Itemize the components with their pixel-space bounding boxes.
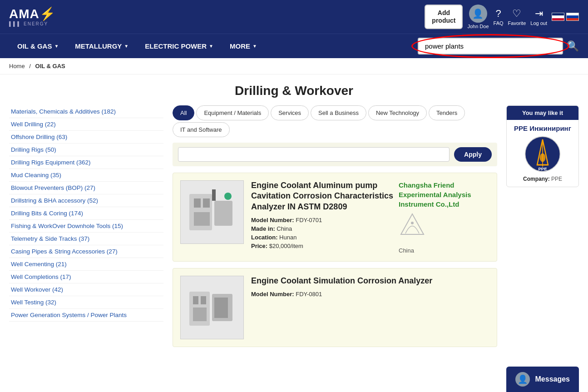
product-card-2: Engine Coolant Simulation Corrosion Anal… bbox=[173, 268, 497, 347]
product-model-1: Model Number: FDY-0701 bbox=[251, 217, 399, 223]
you-may-like-body: PPE Инжиниринг PPE Compan bbox=[507, 120, 578, 187]
sidebar-item-well-cementing[interactable]: Well Cementing (21) bbox=[9, 258, 163, 271]
chevron-down-icon: ▼ bbox=[252, 44, 257, 49]
product-row-2: Engine Coolant Simulation Corrosion Anal… bbox=[251, 276, 489, 299]
nav-items: OIL & GAS ▼ METALLURGY ▼ ELECTRIC POWER … bbox=[9, 36, 294, 56]
sidebar-item-casing-pipes[interactable]: Casing Pipes & String Accessories (27) bbox=[9, 245, 163, 258]
you-may-like-header: You may like it bbox=[507, 106, 578, 120]
product-company-1: Changsha Friend Experimental Analysis In… bbox=[399, 180, 489, 254]
company-icon-1 bbox=[399, 212, 489, 244]
ppe-company-name[interactable]: PPE Инжиниринг bbox=[511, 124, 574, 132]
tab-it-software[interactable]: IT and Software bbox=[173, 122, 230, 137]
sidebar-item-well-testing[interactable]: Well Testing (32) bbox=[9, 296, 163, 309]
chevron-down-icon: ▼ bbox=[54, 44, 59, 49]
product-card-1: Engine Coolant Aluminum pump Cavitation … bbox=[173, 173, 497, 262]
avatar: 👤 bbox=[469, 5, 487, 23]
sidebar-item-drilling-bits[interactable]: Drilling Bits & Coring (174) bbox=[9, 207, 163, 220]
sidebar-item-well-drilling[interactable]: Well Drilling (22) bbox=[9, 118, 163, 131]
search-area: 🔍 bbox=[294, 34, 579, 58]
product-price-1: Price: $20,000/item bbox=[251, 243, 399, 249]
svg-point-5 bbox=[224, 193, 232, 200]
nav-electric-power[interactable]: ELECTRIC POWER ▼ bbox=[137, 36, 222, 56]
product-model-2: Model Number: FDY-0801 bbox=[251, 291, 489, 298]
product-details-1: Engine Coolant Aluminum pump Cavitation … bbox=[251, 180, 489, 254]
search-input[interactable] bbox=[418, 38, 563, 55]
ppe-logo[interactable]: PPE bbox=[524, 136, 561, 172]
sidebar-item-mud-cleaning[interactable]: Mud Cleaning (35) bbox=[9, 169, 163, 182]
sidebar-item-drilling-rigs[interactable]: Drilling Rigs (50) bbox=[9, 144, 163, 156]
tab-equipment[interactable]: Equipment / Materials bbox=[196, 105, 269, 120]
sidebar-item-telemetry[interactable]: Telemetry & Side Tracks (37) bbox=[9, 233, 163, 245]
sidebar-item-drillstring[interactable]: Drillstring & BHA accessory (52) bbox=[9, 194, 163, 207]
sidebar-item-drilling-rigs-equipment[interactable]: Drilling Rigs Equipment (362) bbox=[9, 156, 163, 169]
tab-sell-business[interactable]: Sell a Business bbox=[311, 105, 366, 120]
sidebar-item-blowout-preventers[interactable]: Blowout Preventers (BOP) (27) bbox=[9, 182, 163, 194]
nav-oil-gas[interactable]: OIL & GAS ▼ bbox=[9, 36, 67, 56]
sidebar-item-power-generation[interactable]: Power Generation Systems / Power Plants bbox=[9, 309, 163, 322]
svg-rect-14 bbox=[214, 298, 228, 318]
breadcrumb-home[interactable]: Home bbox=[9, 63, 25, 69]
logo-bolt: ⚡ bbox=[40, 7, 56, 21]
user-profile[interactable]: 👤 John Doe bbox=[467, 5, 489, 29]
sidebar-item-well-workover[interactable]: Well Workover (42) bbox=[9, 283, 163, 296]
tab-all[interactable]: All bbox=[173, 105, 194, 120]
navigation: OIL & GAS ▼ METALLURGY ▼ ELECTRIC POWER … bbox=[0, 34, 588, 58]
tabs: All Equipment / Materials Services Sell … bbox=[173, 105, 497, 137]
logout-icon: ⇥ bbox=[535, 8, 543, 20]
nav-metallurgy[interactable]: METALLURGY ▼ bbox=[67, 36, 137, 56]
svg-point-19 bbox=[540, 153, 546, 162]
tab-services[interactable]: Services bbox=[271, 105, 309, 120]
nav-more[interactable]: MORE ▼ bbox=[222, 36, 265, 56]
company-name-1[interactable]: Changsha Friend Experimental Analysis In… bbox=[399, 180, 489, 209]
apply-button[interactable]: Apply bbox=[454, 147, 492, 162]
product-details-2: Engine Coolant Simulation Corrosion Anal… bbox=[251, 276, 489, 339]
svg-rect-11 bbox=[193, 296, 198, 304]
sidebar-item-materials[interactable]: Materials, Chemicals & Additives (182) bbox=[9, 105, 163, 118]
header-right: Add product 👤 John Doe ? FAQ ♡ Favorite … bbox=[425, 5, 579, 29]
logo[interactable]: AMA⚡ ▌▌▌ ENERGY bbox=[9, 8, 56, 26]
search-button[interactable]: 🔍 bbox=[567, 40, 579, 52]
svg-rect-1 bbox=[214, 201, 232, 226]
favorite-link[interactable]: ♡ Favorite bbox=[508, 8, 526, 26]
sidebar-item-offshore-drilling[interactable]: Offshore Drilling (63) bbox=[9, 131, 163, 144]
filter-input[interactable] bbox=[178, 147, 450, 162]
chevron-down-icon: ▼ bbox=[124, 44, 128, 49]
svg-point-8 bbox=[411, 222, 414, 224]
header: AMA⚡ ▌▌▌ ENERGY Add product 👤 John Doe ?… bbox=[0, 0, 588, 34]
svg-rect-13 bbox=[193, 308, 207, 321]
right-sidebar: You may like it PPE Инжиниринг PPE bbox=[506, 105, 579, 353]
ppe-company-label: Company: PPE bbox=[511, 176, 574, 182]
page-title: Drilling & Workover bbox=[0, 74, 588, 105]
product-row-1: Engine Coolant Aluminum pump Cavitation … bbox=[251, 180, 489, 254]
faq-link[interactable]: ? FAQ bbox=[494, 8, 504, 26]
logo-text: AMA⚡ bbox=[9, 8, 56, 20]
product-made-in-1: Made in: China bbox=[251, 225, 399, 232]
company-country-1: China bbox=[399, 247, 489, 254]
chevron-down-icon: ▼ bbox=[209, 44, 213, 49]
product-image-2 bbox=[180, 276, 244, 339]
sidebar: Materials, Chemicals & Additives (182) W… bbox=[9, 105, 163, 353]
product-title-2: Engine Coolant Simulation Corrosion Anal… bbox=[251, 276, 489, 286]
sidebar-item-fishing[interactable]: Fishing & WorkOver Downhole Tools (15) bbox=[9, 220, 163, 233]
logo-sub: ▌▌▌ ENERGY bbox=[9, 21, 56, 26]
flag-uk[interactable] bbox=[552, 13, 564, 21]
content: All Equipment / Materials Services Sell … bbox=[173, 105, 497, 353]
tab-tenders[interactable]: Tenders bbox=[429, 105, 465, 120]
tab-new-technology[interactable]: New Technology bbox=[368, 105, 427, 120]
heart-icon: ♡ bbox=[512, 8, 521, 20]
flag-ru[interactable] bbox=[566, 13, 579, 21]
svg-rect-2 bbox=[194, 198, 201, 208]
breadcrumb-separator: / bbox=[29, 63, 31, 69]
sidebar-item-well-completions[interactable]: Well Completions (17) bbox=[9, 271, 163, 283]
breadcrumb-current: OIL & GAS bbox=[35, 63, 65, 69]
filter-row: Apply bbox=[173, 143, 497, 166]
language-selector[interactable] bbox=[552, 13, 579, 21]
logout-link[interactable]: ⇥ Log out bbox=[530, 8, 547, 26]
svg-text:PPE: PPE bbox=[538, 166, 547, 171]
svg-rect-6 bbox=[212, 189, 216, 201]
add-product-button[interactable]: Add product bbox=[425, 5, 463, 29]
svg-rect-4 bbox=[194, 212, 210, 226]
svg-rect-3 bbox=[203, 198, 210, 208]
search-wrapper bbox=[418, 38, 563, 55]
breadcrumb: Home / OIL & GAS bbox=[0, 58, 588, 74]
